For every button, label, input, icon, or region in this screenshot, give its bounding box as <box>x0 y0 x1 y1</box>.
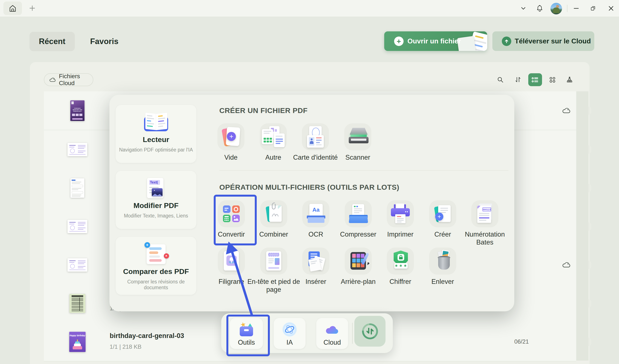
cloud-icon <box>49 77 56 82</box>
tool-insert[interactable]: Insérer <box>302 248 329 275</box>
grid-view-button[interactable] <box>546 73 559 86</box>
home-icon <box>8 4 17 13</box>
tool-create-batch[interactable]: + Créer <box>429 200 456 227</box>
edit-pdf-title: Modifier PDF <box>116 201 196 210</box>
reader-subtitle: Navigation PDF optimisée par l'IA <box>116 147 196 153</box>
text-cursor-label: Text| <box>149 180 160 185</box>
minimize-icon <box>573 5 579 12</box>
compare-pdf-card[interactable]: + × Comparer des PDF Comparer les révisi… <box>116 237 196 295</box>
tools-highlight-box <box>226 315 270 356</box>
minimize-button[interactable] <box>570 0 583 16</box>
notifications-button[interactable] <box>533 0 546 16</box>
search-button[interactable] <box>493 73 507 86</box>
upload-cloud-button[interactable]: Téléverser sur le Cloud <box>492 31 594 51</box>
compress-icon <box>346 203 371 224</box>
edit-pdf-card[interactable]: Text| Modifier PDF Modifier Texte, Image… <box>116 171 196 229</box>
divider <box>352 323 352 344</box>
bell-icon <box>535 4 544 13</box>
toolbar-collapse-button[interactable] <box>517 0 530 16</box>
search-icon <box>496 75 505 84</box>
reader-card[interactable]: Lecteur Navigation PDF optimisée par l'I… <box>116 105 196 163</box>
file-date: 06/21 <box>514 338 529 345</box>
clean-button[interactable] <box>563 73 577 86</box>
section-divider <box>219 170 508 171</box>
new-tab-button[interactable] <box>28 4 36 12</box>
tools-flyout-panel: Lecteur Navigation PDF optimisée par l'I… <box>110 95 514 311</box>
ocr-icon: Aa <box>303 203 328 224</box>
file-thumbnail <box>70 294 85 313</box>
plus-icon <box>28 4 36 12</box>
header-footer-icon <box>262 251 285 271</box>
cloud-gradient-icon <box>324 324 340 335</box>
compare-pdf-title: Comparer des PDF <box>116 267 196 276</box>
insert-pages-icon <box>304 251 328 272</box>
create-item-scanner[interactable]: Scanner <box>344 123 371 150</box>
dock-item-cloud[interactable]: Cloud <box>316 318 348 349</box>
avatar[interactable] <box>550 3 562 14</box>
id-card-icon <box>304 126 327 148</box>
dock-item-ai[interactable]: IA <box>274 318 306 349</box>
grid-view-icon <box>548 75 557 84</box>
background-palette-icon <box>346 251 370 271</box>
tool-remove[interactable]: Enlever <box>429 248 456 275</box>
close-button[interactable] <box>605 0 618 16</box>
watermark-icon <box>220 251 243 271</box>
documents-icon <box>261 126 285 148</box>
tool-header-footer[interactable]: En-tête et pied de page <box>260 248 287 275</box>
create-item-blank[interactable]: + Vide <box>217 123 244 150</box>
chevron-down-icon <box>520 5 527 12</box>
bates-numbering-icon: 000123 <box>473 203 497 225</box>
restore-icon <box>589 5 597 12</box>
printer-icon <box>387 203 413 224</box>
tool-print[interactable]: Imprimer <box>387 200 414 227</box>
sort-arrows-icon <box>514 75 522 84</box>
tool-watermark[interactable]: Filigrane <box>218 248 245 275</box>
upload-arrow-icon <box>502 37 511 46</box>
combine-icon <box>262 203 285 224</box>
close-icon <box>608 5 615 12</box>
sort-button[interactable] <box>511 73 525 86</box>
restore-button[interactable] <box>587 0 599 16</box>
create-section-title: CRÉER UN FICHIER PDF <box>219 106 308 115</box>
cloud-files-label: Fichiers Cloud <box>59 73 93 87</box>
scroll-gutter[interactable] <box>576 91 589 361</box>
tab-recent[interactable]: Récent <box>29 32 75 51</box>
divider <box>567 5 567 12</box>
window-tab-bar <box>0 0 619 16</box>
create-item-id-card[interactable]: Carte d'identité <box>302 123 329 150</box>
cloud-sync-icon <box>562 261 572 268</box>
tool-combine[interactable]: Combiner <box>260 200 287 227</box>
brush-icon <box>565 75 574 84</box>
tool-ocr[interactable]: Aa OCR <box>302 200 329 227</box>
create-item-other[interactable]: Autre <box>260 123 287 150</box>
file-thumbnail <box>70 178 84 198</box>
open-file-button[interactable]: + Ouvrir un fichier <box>384 31 487 51</box>
scanner-icon <box>345 126 370 148</box>
edit-pdf-subtitle: Modifier Texte, Images, Liens <box>116 213 196 219</box>
open-file-label: Ouvrir un fichier <box>408 31 461 51</box>
tool-bates-numbering[interactable]: 000123 Numérotation Bates <box>471 200 498 227</box>
cloud-files-filter[interactable]: Fichiers Cloud <box>44 73 93 86</box>
compare-diff-icon: + × <box>143 243 169 265</box>
tool-encrypt[interactable]: ✱ ✱ ✱ Chiffrer <box>387 248 414 275</box>
tab-favorites[interactable]: Favoris <box>86 32 123 51</box>
shield-lock-icon: ✱ ✱ ✱ <box>388 251 413 272</box>
trash-bin-icon <box>431 250 454 272</box>
compare-pdf-subtitle: Comparer les révisions de documents <box>116 279 196 291</box>
ocr-sample-text: Aa <box>312 206 320 213</box>
home-tab-button[interactable] <box>3 1 22 15</box>
file-thumbnail <box>68 258 87 272</box>
birthday-card-text: Happy birthday <box>69 334 85 337</box>
cloud-sync-icon <box>562 107 572 114</box>
tool-compress[interactable]: Compresser <box>345 200 372 227</box>
create-pages-icon: + <box>431 203 454 224</box>
book-cover-title: FORENSIC MEDICINE AND TOXICOLOGY <box>71 108 84 112</box>
reader-title: Lecteur <box>116 135 196 144</box>
tool-background[interactable]: Arrière-plan <box>345 248 372 275</box>
list-view-button[interactable] <box>528 73 542 86</box>
blank-page-icon: + <box>219 125 243 149</box>
bates-number-text: 000123 <box>482 207 491 211</box>
plus-circle-icon: + <box>394 37 404 46</box>
tab-favorites-label: Favoris <box>90 37 118 46</box>
batch-convert-button[interactable] <box>354 316 385 347</box>
